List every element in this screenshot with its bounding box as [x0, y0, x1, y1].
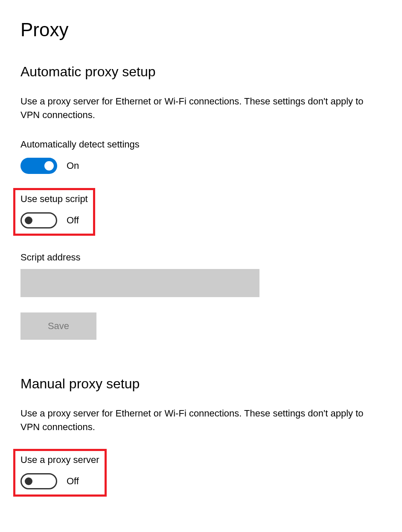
use-proxy-highlight: Use a proxy server Off [13, 449, 107, 497]
use-script-setting: Use setup script Off [20, 190, 382, 236]
auto-detect-label: Automatically detect settings [20, 139, 382, 150]
use-proxy-toggle[interactable] [20, 473, 57, 489]
save-button[interactable]: Save [20, 312, 96, 340]
script-address-input[interactable] [20, 269, 259, 297]
automatic-section-heading: Automatic proxy setup [20, 64, 382, 80]
toggle-knob-icon [25, 477, 32, 485]
use-proxy-state: Off [67, 476, 79, 487]
manual-proxy-section: Manual proxy setup Use a proxy server fo… [20, 376, 382, 497]
use-proxy-label: Use a proxy server [20, 454, 99, 466]
manual-description: Use a proxy server for Ethernet or Wi-Fi… [20, 407, 379, 434]
toggle-knob-icon [44, 161, 54, 171]
auto-detect-toggle[interactable] [20, 158, 57, 174]
use-script-label: Use setup script [20, 194, 88, 205]
automatic-proxy-section: Automatic proxy setup Use a proxy server… [20, 64, 382, 340]
auto-detect-setting: Automatically detect settings On [20, 139, 382, 174]
automatic-description: Use a proxy server for Ethernet or Wi-Fi… [20, 95, 379, 122]
page-title: Proxy [20, 19, 382, 40]
use-proxy-setting: Use a proxy server Off [20, 451, 382, 497]
manual-section-heading: Manual proxy setup [20, 376, 382, 392]
toggle-knob-icon [25, 217, 32, 224]
script-address-section: Script address [20, 252, 382, 297]
use-script-state: Off [67, 215, 79, 226]
use-script-toggle[interactable] [20, 212, 57, 228]
script-address-label: Script address [20, 252, 382, 263]
use-script-highlight: Use setup script Off [13, 188, 95, 236]
auto-detect-state: On [67, 160, 79, 171]
